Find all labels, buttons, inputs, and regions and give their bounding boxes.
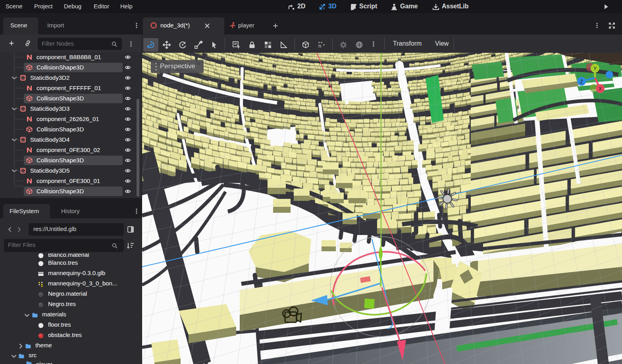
svg-text:X: X	[599, 86, 602, 92]
svg-text:n: n	[318, 43, 321, 49]
svg-text:Y: Y	[593, 65, 597, 71]
svg-text:Z: Z	[580, 79, 583, 85]
